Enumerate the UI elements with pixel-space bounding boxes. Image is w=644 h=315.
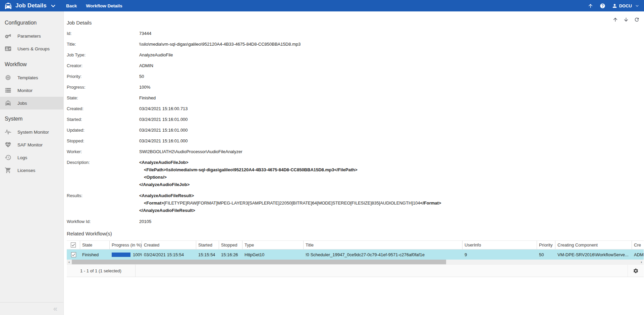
app-title: Job Details <box>15 2 47 9</box>
sidebar-item-jobs[interactable]: Jobs <box>0 97 63 109</box>
row-count-text: 1 - 1 of 1 (1 selected) <box>67 265 136 277</box>
progress-bar <box>112 253 130 257</box>
section-configuration: Configuration <box>0 19 63 26</box>
cell-type: HttpGet10 <box>243 250 304 260</box>
field-value: Finished <box>139 94 156 102</box>
upload-icon[interactable] <box>588 3 593 9</box>
sidebar-item-licenses[interactable]: Licenses <box>0 164 63 177</box>
sidebar-item-logs[interactable]: Logs <box>0 151 63 164</box>
cell-priority: 50 <box>537 250 555 260</box>
column-header-progress[interactable]: Progress (in %) <box>110 241 142 249</box>
scrollbar-right-arrow[interactable]: › <box>639 260 644 264</box>
sidebar-item-label: Logs <box>17 155 27 160</box>
sidebar-item-label: Monitor <box>17 88 33 93</box>
cell-progress: 100% <box>110 250 142 260</box>
nav-workflow-details[interactable]: Workflow Details <box>86 3 122 8</box>
field-label: State: <box>67 94 139 102</box>
chevron-down-icon <box>49 2 57 10</box>
sidebar-collapse-bar: « <box>0 302 63 315</box>
column-header-started[interactable]: Started <box>196 241 219 249</box>
pulse-icon <box>5 129 11 135</box>
field-label: Worker: <box>67 148 139 155</box>
history-icon <box>5 154 11 161</box>
description-xml: <AnalyzeAudioFileJob> <FilePath>\\silo\m… <box>139 159 358 188</box>
column-header-creating-component[interactable]: Creating Component <box>555 241 632 249</box>
row-checkbox[interactable] <box>71 252 76 257</box>
sidebar-item-label: System Monitor <box>17 130 49 135</box>
column-header-userinfo[interactable]: UserInfo <box>463 241 537 249</box>
results-xml: <AnalyzeAudioFileResult> <Format>[FILETY… <box>139 192 441 214</box>
progress-label: 100% <box>133 252 142 257</box>
scroll-bottom-button[interactable] <box>623 17 629 22</box>
table-footer: 1 - 1 of 1 (1 selected) <box>67 264 644 277</box>
sidebar-item-templates[interactable]: Templates <box>0 71 63 84</box>
chevron-down-icon <box>634 3 640 9</box>
field-label: Job Type: <box>67 51 139 59</box>
cell-stopped: 15:16:26 <box>219 250 243 260</box>
taxi-icon <box>4 2 12 10</box>
heart-pulse-icon <box>5 141 11 148</box>
field-value: AnalyzeAudioFile <box>139 51 173 59</box>
server-icon <box>5 87 11 94</box>
topbar-nav: Back Workflow Details <box>66 3 122 8</box>
field-label: Workflow Id: <box>67 218 139 225</box>
field-label: Priority: <box>67 73 139 80</box>
sidebar-item-monitor[interactable]: Monitor <box>0 84 63 97</box>
cell-started: 15:15:54 <box>196 250 219 260</box>
cart-icon <box>5 167 11 174</box>
field-label: Id: <box>67 30 139 37</box>
sidebar-item-users-groups[interactable]: Users & Groups <box>0 42 63 55</box>
field-label: Title: <box>67 41 139 48</box>
key-icon <box>5 33 11 39</box>
field-value: 50 <box>139 73 144 80</box>
cell-title: !0 Scheduler_19947_0ce9dc27-0c79-41ef-95… <box>304 250 463 260</box>
contact-card-icon <box>5 45 11 52</box>
field-label: Description: <box>67 159 139 188</box>
scroll-top-button[interactable] <box>612 17 618 22</box>
section-system: System <box>0 116 63 122</box>
app-title-dropdown[interactable]: Job Details <box>4 2 57 10</box>
person-icon <box>612 3 618 9</box>
table-row[interactable]: Finished 100% 03/24/2021 15:15:54 15:15:… <box>67 250 644 260</box>
field-label: Progress: <box>67 84 139 91</box>
user-menu[interactable]: DOCU <box>612 3 640 9</box>
nav-back[interactable]: Back <box>66 3 77 8</box>
taxi-icon <box>5 100 11 106</box>
sidebar-item-parameters[interactable]: Parameters <box>0 30 63 42</box>
help-icon[interactable] <box>600 3 605 9</box>
cell-state: Finished <box>80 250 110 260</box>
field-value: 20105 <box>139 218 151 225</box>
field-value: 03/24/2021 15:16:01.000 <box>139 127 188 134</box>
scrollbar-left-arrow[interactable]: ‹ <box>67 260 71 264</box>
related-workflows-title: Related Workflow(s) <box>67 231 644 236</box>
field-label: Updated: <box>67 127 139 134</box>
column-header-state[interactable]: State <box>80 241 110 249</box>
sidebar-item-label: Users & Groups <box>17 46 50 51</box>
sidebar-item-system-monitor[interactable]: System Monitor <box>0 126 63 138</box>
column-header-created[interactable]: Created <box>142 241 196 249</box>
refresh-button[interactable] <box>634 17 640 22</box>
table-header-row: State Progress (in %) Created Started St… <box>67 240 644 250</box>
column-header-priority[interactable]: Priority <box>537 241 555 249</box>
collapse-sidebar-button[interactable]: « <box>53 305 57 313</box>
field-label: Started: <box>67 116 139 123</box>
gear-icon[interactable] <box>633 268 639 274</box>
section-workflow: Workflow <box>0 61 63 68</box>
sidebar-item-label: Templates <box>17 75 38 80</box>
sidebar-item-saf-monitor[interactable]: SAF Monitor <box>0 138 63 151</box>
sidebar-item-label: Parameters <box>17 34 41 39</box>
field-label: Creator: <box>67 62 139 70</box>
related-workflows-table: State Progress (in %) Created Started St… <box>67 240 644 277</box>
sidebar-item-label: SAF Monitor <box>17 142 43 147</box>
column-header-creator[interactable]: Cre <box>632 241 644 249</box>
scrollbar-thumb[interactable] <box>72 260 446 264</box>
horizontal-scrollbar[interactable]: ‹ › <box>67 260 644 264</box>
column-header-type[interactable]: Type <box>243 241 304 249</box>
field-label: Results: <box>67 192 139 214</box>
select-all-checkbox[interactable] <box>71 242 76 248</box>
column-header-title[interactable]: Title <box>304 241 463 249</box>
column-header-stopped[interactable]: Stopped <box>219 241 243 249</box>
field-label: Created: <box>67 105 139 113</box>
field-value: 100% <box>139 84 150 91</box>
cell-userinfo: 9 <box>463 250 537 260</box>
